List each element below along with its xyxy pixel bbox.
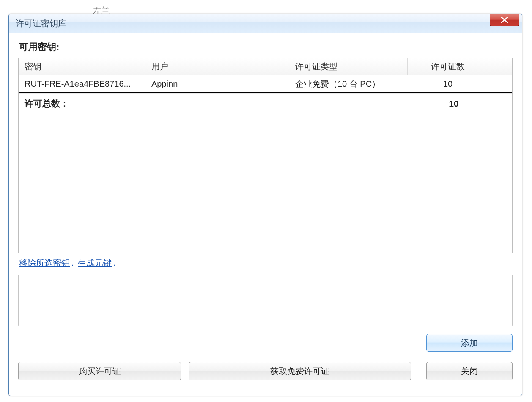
key-input-box	[18, 275, 513, 326]
cell-type: 企业免费（10 台 PC）	[289, 78, 408, 90]
table-row[interactable]: RUT-FRE-A1ea4FBE8716... Appinn 企业免费（10 台…	[19, 75, 512, 92]
get-free-license-button[interactable]: 获取免费许可证	[189, 362, 411, 380]
close-window-button[interactable]	[490, 14, 519, 26]
close-icon	[501, 17, 508, 23]
buy-license-button[interactable]: 购买许可证	[18, 362, 181, 380]
license-key-store-dialog: 许可证密钥库 可用密钥: 密钥 用户 许可证类型 许可证数 RUT-FRE-A1…	[8, 14, 522, 396]
column-header-spacer	[488, 58, 512, 75]
dialog-client-area: 可用密钥: 密钥 用户 许可证类型 许可证数 RUT-FRE-A1ea4FBE8…	[9, 33, 522, 396]
add-button-row: 添加	[18, 334, 513, 352]
close-button[interactable]: 关闭	[426, 362, 513, 380]
column-header-user[interactable]: 用户	[145, 58, 289, 75]
available-keys-label: 可用密钥:	[19, 41, 513, 53]
column-header-type[interactable]: 许可证类型	[289, 58, 408, 75]
totals-row: 许可总数： 10	[19, 94, 512, 114]
column-header-count[interactable]: 许可证数	[408, 58, 488, 75]
bottom-button-row: 购买许可证 获取免费许可证 关闭	[18, 362, 513, 380]
cell-count: 10	[408, 79, 488, 89]
link-separator: .	[71, 258, 74, 267]
window-title: 许可证密钥库	[16, 18, 520, 29]
titlebar[interactable]: 许可证密钥库	[9, 14, 522, 33]
cell-key: RUT-FRE-A1ea4FBE8716...	[19, 79, 145, 89]
cell-user: Appinn	[145, 79, 289, 89]
link-trailing: .	[113, 258, 116, 267]
column-header-key[interactable]: 密钥	[19, 58, 145, 75]
table-body[interactable]: RUT-FRE-A1ea4FBE8716... Appinn 企业免费（10 台…	[19, 75, 512, 253]
table-header-row: 密钥 用户 许可证类型 许可证数	[19, 58, 512, 75]
key-input-textarea[interactable]	[19, 275, 512, 326]
totals-label: 许可总数：	[19, 98, 414, 110]
keys-table: 密钥 用户 许可证类型 许可证数 RUT-FRE-A1ea4FBE8716...…	[18, 58, 513, 253]
generate-meta-key-link[interactable]: 生成元键	[78, 258, 112, 267]
totals-value: 10	[414, 99, 494, 109]
action-links: 移除所选密钥. 生成元键.	[19, 257, 513, 269]
add-button[interactable]: 添加	[426, 334, 513, 352]
remove-selected-key-link[interactable]: 移除所选密钥	[19, 258, 70, 267]
